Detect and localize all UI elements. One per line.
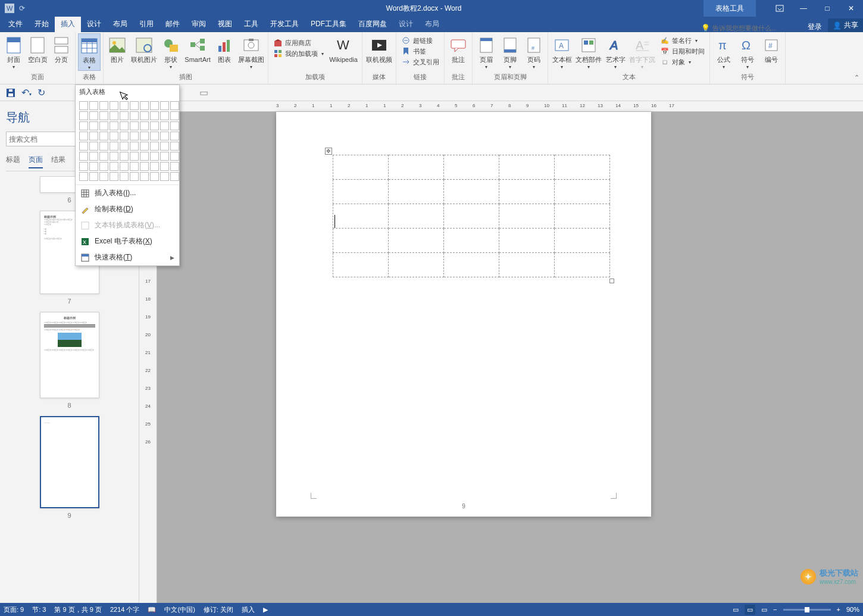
object-button[interactable]: □对象▾ [660, 57, 705, 67]
maximize-button[interactable]: □ [815, 0, 839, 17]
chart-button[interactable]: 图表 [213, 33, 236, 63]
wordart-button[interactable]: A艺术字▾ [604, 33, 627, 70]
table-grid-cell[interactable] [120, 132, 129, 140]
table-grid-cell[interactable] [110, 101, 118, 110]
horizontal-ruler[interactable]: 3211211234567891011121314151617 [157, 101, 863, 112]
datetime-button[interactable]: 📅日期和时间 [660, 46, 705, 56]
table-move-handle-icon[interactable]: ✥ [325, 148, 332, 155]
status-section[interactable]: 节: 3 [32, 605, 46, 614]
qat-save-icon[interactable] [6, 88, 15, 98]
table-grid-cell[interactable] [140, 142, 149, 151]
table-grid-cell[interactable] [79, 172, 88, 181]
table-grid-cell[interactable] [120, 152, 129, 161]
tab-design[interactable]: 设计 [81, 17, 107, 32]
nav-tab-headings[interactable]: 标题 [6, 155, 20, 168]
smartart-button[interactable]: SmartArt [183, 33, 212, 63]
table-grid-cell[interactable] [140, 111, 149, 120]
table-grid-cell[interactable] [160, 152, 169, 161]
table-grid-cell[interactable] [120, 101, 129, 110]
table-grid-cell[interactable] [89, 162, 98, 171]
table-grid-cell[interactable] [130, 132, 139, 140]
zoom-in-button[interactable]: + [837, 606, 840, 613]
qat-extra-icon[interactable]: ▭ [199, 87, 208, 98]
menu-insert-table[interactable]: 插入表格(I)... [76, 185, 179, 201]
pagenum-button[interactable]: #页码▾ [523, 33, 545, 70]
table-grid-cell[interactable] [89, 111, 98, 120]
table-grid-cell[interactable] [150, 142, 159, 151]
table-grid-cell[interactable] [140, 172, 149, 181]
table-grid-cell[interactable] [99, 132, 108, 140]
minimize-button[interactable]: — [792, 0, 815, 17]
tab-layout[interactable]: 布局 [107, 17, 133, 32]
table-grid-cell[interactable] [130, 142, 139, 151]
table-grid-cell[interactable] [130, 121, 139, 130]
hyperlink-button[interactable]: 超链接 [401, 36, 439, 45]
table-grid-cell[interactable] [140, 121, 149, 130]
status-spellcheck-icon[interactable]: 📖 [148, 606, 156, 614]
table-grid-cell[interactable] [79, 162, 88, 171]
table-grid-cell[interactable] [120, 121, 129, 130]
table-grid-cell[interactable] [130, 101, 139, 110]
menu-excel-spreadsheet[interactable]: X Excel 电子表格(X) [76, 233, 179, 249]
table-grid-cell[interactable] [89, 121, 98, 130]
wikipedia-button[interactable]: WWikipedia [327, 33, 359, 63]
crossref-button[interactable]: 交叉引用 [401, 57, 439, 67]
textbox-button[interactable]: A文本框▾ [551, 33, 573, 70]
table-grid-cell[interactable] [150, 152, 159, 161]
table-grid-cell[interactable] [150, 162, 159, 171]
table-grid-cell[interactable] [110, 111, 118, 120]
table-grid-cell[interactable] [89, 172, 98, 181]
cover-page-button[interactable]: 封面▾ [2, 33, 25, 70]
status-words[interactable]: 2214 个字 [110, 605, 140, 614]
my-addins-button[interactable]: 我的加载项▾ [273, 49, 324, 58]
table-grid-cell[interactable] [110, 162, 118, 171]
menu-quick-tables[interactable]: 快速表格(T) ▶ [76, 249, 179, 265]
table-grid-cell[interactable] [150, 111, 159, 120]
view-read-icon[interactable]: ▭ [733, 606, 739, 614]
ribbon-display-options-icon[interactable] [768, 0, 792, 17]
table-grid-cell[interactable] [99, 162, 108, 171]
status-page[interactable]: 页面: 9 [4, 605, 24, 614]
qat-undo-icon[interactable]: ↶▾ [21, 87, 32, 98]
table-grid-cell[interactable] [79, 132, 88, 140]
table-grid-cell[interactable] [110, 152, 118, 161]
zoom-slider[interactable] [783, 609, 831, 611]
nav-tab-results[interactable]: 结果 [51, 155, 65, 168]
table-grid-cell[interactable] [130, 152, 139, 161]
table-grid-cell[interactable] [99, 142, 108, 151]
table-grid-cell[interactable] [160, 121, 169, 130]
table-grid-cell[interactable] [89, 101, 98, 110]
table-grid-cell[interactable] [120, 142, 129, 151]
table-grid-cell[interactable] [160, 101, 169, 110]
view-web-icon[interactable]: ▭ [761, 606, 767, 614]
table-grid-cell[interactable] [140, 132, 149, 140]
share-button[interactable]: 👤 共享 [828, 18, 863, 32]
page-break-button[interactable]: 分页 [50, 33, 73, 63]
table-grid-cell[interactable] [170, 162, 179, 171]
nav-tab-pages[interactable]: 页面 [29, 155, 43, 168]
table-grid-cell[interactable] [170, 101, 179, 110]
table-grid-cell[interactable] [89, 142, 98, 151]
collapse-ribbon-icon[interactable]: ⌃ [854, 74, 859, 82]
table-grid-cell[interactable] [160, 142, 169, 151]
table-grid-cell[interactable] [170, 142, 179, 151]
shapes-button[interactable]: 形状▾ [160, 33, 182, 70]
zoom-level[interactable]: 90% [846, 606, 859, 613]
tab-developer[interactable]: 开发工具 [264, 17, 305, 32]
view-print-icon[interactable]: ▭ [745, 605, 755, 615]
header-button[interactable]: 页眉▾ [475, 33, 498, 70]
status-lang[interactable]: 中文(中国) [164, 605, 195, 614]
table-grid-cell[interactable] [120, 111, 129, 120]
table-grid-cell[interactable] [89, 152, 98, 161]
tab-insert[interactable]: 插入 [55, 17, 81, 32]
zoom-out-button[interactable]: − [773, 606, 777, 613]
table-grid-cell[interactable] [150, 121, 159, 130]
table-grid-cell[interactable] [110, 142, 118, 151]
table-grid-cell[interactable] [79, 111, 88, 120]
table-grid-cell[interactable] [160, 132, 169, 140]
table-grid-cell[interactable] [140, 162, 149, 171]
table-grid-cell[interactable] [79, 142, 88, 151]
table-size-grid[interactable] [76, 99, 179, 185]
tab-view[interactable]: 视图 [212, 17, 238, 32]
table-grid-cell[interactable] [170, 172, 179, 181]
